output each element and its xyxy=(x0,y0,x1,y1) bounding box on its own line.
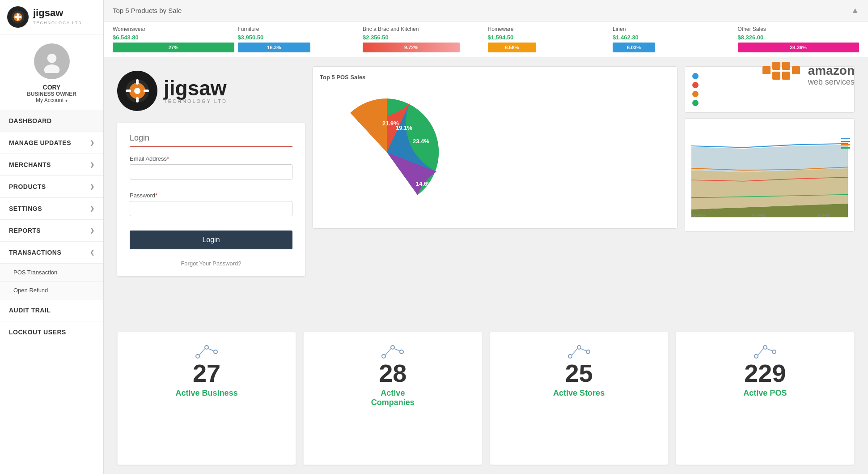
svg-point-35 xyxy=(391,346,394,349)
forgot-password-link[interactable]: Forgot Your Password? xyxy=(130,259,292,267)
sidebar-item-products[interactable]: PRODUCTS ❯ xyxy=(0,176,103,198)
product-name: Linen xyxy=(613,26,734,32)
right-column: 03-Feb 04-Feb 05-Feb xyxy=(685,66,855,325)
aws-icon xyxy=(762,62,803,89)
product-bar: 6.58% xyxy=(488,43,537,52)
product-bar: 6.03% xyxy=(613,43,655,52)
product-name: Furniture xyxy=(238,26,360,32)
product-value: $2,356.50 xyxy=(363,34,484,41)
user-profile: CORY BUSINESS OWNER My Account ▾ xyxy=(0,34,103,110)
sidebar-item-settings[interactable]: SETTINGS ❯ xyxy=(0,198,103,220)
sidebar-item-reports[interactable]: REPORTS ❯ xyxy=(0,220,103,242)
password-label: Password* xyxy=(130,192,292,199)
legend-dot-3 xyxy=(692,100,699,106)
sidebar-item-open-refund[interactable]: Open Refund xyxy=(0,282,103,299)
profile-name: CORY xyxy=(43,84,61,91)
stat-label-3: Active POS xyxy=(743,389,787,398)
svg-point-4 xyxy=(44,64,59,73)
area-chart-panel: 03-Feb 04-Feb 05-Feb xyxy=(685,118,855,232)
login-button[interactable]: Login xyxy=(130,231,292,249)
svg-rect-16 xyxy=(126,90,131,92)
sidebar-item-transactions[interactable]: TRANSACTIONS ❮ xyxy=(0,242,103,264)
product-value: $6,543.80 xyxy=(113,34,234,41)
product-col-2: Bric a Brac and Kitchen $2,356.50 9.72% xyxy=(363,26,484,52)
svg-point-34 xyxy=(382,354,385,358)
left-column: jigsaw TECHNOLOGY LTD Login Email Addres… xyxy=(117,66,305,325)
legend-dot-2 xyxy=(692,91,699,97)
password-field-group: Password* xyxy=(130,192,292,222)
my-account-button[interactable]: My Account ▾ xyxy=(36,97,68,103)
svg-point-40 xyxy=(577,346,581,349)
svg-point-41 xyxy=(586,350,590,354)
required-mark: * xyxy=(167,155,169,162)
collapse-icon[interactable]: ▲ xyxy=(851,6,859,15)
login-title: Login xyxy=(130,133,149,142)
svg-point-44 xyxy=(754,354,758,358)
sidebar-item-merchants[interactable]: MERCHANTS ❯ xyxy=(0,154,103,176)
chevron-icon: ❯ xyxy=(90,162,95,168)
stat-card-2: 25 Active Stores xyxy=(490,332,669,465)
product-name: Other Sales xyxy=(738,26,860,32)
chevron-icon: ❯ xyxy=(90,205,95,212)
product-bar: 34.36% xyxy=(738,43,860,52)
topbar: Top 5 Products by Sale ▲ xyxy=(104,0,868,21)
product-name: Bric a Brac and Kitchen xyxy=(363,26,484,32)
svg-text:23.4%: 23.4% xyxy=(413,138,429,145)
sidebar-item-pos-transaction[interactable]: POS Transaction xyxy=(0,264,103,282)
pie-chart: 19.1% 14.6% 23.4% 21.9% 21% xyxy=(320,85,454,219)
product-col-0: Womenswear $6,543.80 27% xyxy=(113,26,234,52)
svg-rect-5 xyxy=(762,66,771,74)
product-col-4: Linen $1,462.30 6.03% xyxy=(613,26,734,52)
svg-text:04-Feb: 04-Feb xyxy=(752,213,766,218)
stat-label-0: Active Business xyxy=(176,389,238,398)
stat-number-3: 229 xyxy=(744,361,786,386)
stat-card-0: 27 Active Business xyxy=(117,332,296,465)
sidebar-item-lockout-users[interactable]: LOCKOUT USERS xyxy=(0,321,103,343)
svg-rect-7 xyxy=(782,62,790,70)
svg-line-42 xyxy=(572,349,577,355)
svg-rect-15 xyxy=(136,97,139,102)
svg-line-48 xyxy=(767,349,772,351)
svg-text:21.9%: 21.9% xyxy=(382,120,399,127)
jigsaw-puzzle-icon xyxy=(124,77,151,104)
svg-point-31 xyxy=(214,350,217,354)
product-value: $1,594.50 xyxy=(488,34,610,41)
product-bar: 9.72% xyxy=(363,43,460,52)
jigsaw-text: jigsaw TECHNOLOGY LTD xyxy=(164,78,227,104)
stat-label-1: ActiveCompanies xyxy=(371,389,415,407)
login-panel: Login Email Address* Password* Login F xyxy=(117,123,305,276)
pie-chart-title: Top 5 POS Sales xyxy=(320,74,670,81)
stat-icon-2 xyxy=(566,343,593,361)
main-content: Top 5 Products by Sale ▲ Womenswear $6,5… xyxy=(104,0,868,474)
login-title-bar: Login xyxy=(130,133,292,147)
svg-rect-8 xyxy=(772,72,780,80)
email-input[interactable] xyxy=(130,164,292,179)
chevron-icon: ❯ xyxy=(90,227,95,234)
svg-line-38 xyxy=(394,349,400,351)
stat-number-1: 28 xyxy=(379,361,406,386)
password-input[interactable] xyxy=(130,201,292,216)
svg-text:14.6%: 14.6% xyxy=(416,180,432,187)
stat-number-0: 27 xyxy=(193,361,220,386)
chevron-down-icon: ▾ xyxy=(65,98,68,103)
sidebar-item-dashboard[interactable]: DASHBOARD xyxy=(0,110,103,132)
sidebar-item-manage-updates[interactable]: MANAGE UPDATES ❯ xyxy=(0,132,103,154)
product-value: $1,462.30 xyxy=(613,34,734,41)
svg-point-2 xyxy=(16,15,20,19)
svg-point-30 xyxy=(205,346,208,349)
required-mark: * xyxy=(155,192,157,199)
product-value: $8,326.00 xyxy=(738,34,860,41)
svg-marker-24 xyxy=(691,168,848,209)
sidebar: jigsaw technology ltd CORY BUSINESS OWNE… xyxy=(0,0,104,474)
jigsaw-circle-icon xyxy=(117,71,157,111)
svg-text:03-Feb: 03-Feb xyxy=(691,213,705,218)
svg-point-45 xyxy=(763,346,767,349)
svg-line-33 xyxy=(208,349,214,351)
chevron-icon: ❯ xyxy=(90,184,95,190)
logo-name: jigsaw xyxy=(33,8,82,18)
legend-dot-1 xyxy=(692,82,699,88)
sidebar-item-audit-trail[interactable]: AUDIT TRAIL xyxy=(0,299,103,321)
email-field-group: Email Address* xyxy=(130,155,292,186)
svg-text:05-Feb: 05-Feb xyxy=(817,213,830,218)
topbar-title: Top 5 Products by Sale xyxy=(113,7,182,14)
